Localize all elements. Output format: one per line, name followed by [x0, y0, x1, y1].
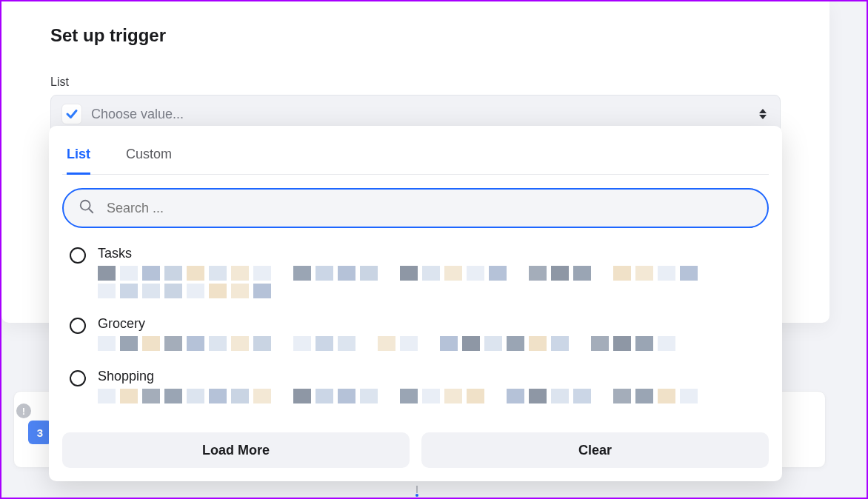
- redacted-text: [98, 284, 769, 298]
- option-title: Grocery: [98, 316, 769, 332]
- app-tick-icon: [61, 104, 82, 124]
- list-option-grocery[interactable]: Grocery: [70, 312, 769, 364]
- connector-tick-icon: [413, 486, 421, 498]
- search-icon: [79, 198, 95, 218]
- option-title: Tasks: [98, 246, 769, 261]
- field-label-list: List: [50, 76, 781, 89]
- redacted-text: [98, 266, 769, 281]
- tab-list[interactable]: List: [67, 141, 90, 175]
- svg-point-1: [415, 494, 418, 497]
- clear-button[interactable]: Clear: [421, 432, 769, 468]
- list-dropdown-panel: List Custom Tasks Grocery: [49, 126, 782, 481]
- options-list: Tasks Grocery Shopping: [62, 241, 769, 428]
- load-more-button[interactable]: Load More: [62, 432, 410, 468]
- dropdown-actions: Load More Clear: [62, 432, 769, 468]
- redacted-text: [98, 389, 769, 403]
- select-caret-icon: [756, 108, 769, 120]
- redacted-text: [98, 336, 769, 351]
- search-wrap: [62, 188, 769, 228]
- alert-badge-icon: !: [16, 403, 31, 418]
- page-title: Set up trigger: [50, 25, 781, 46]
- radio-icon: [70, 247, 86, 264]
- list-option-tasks[interactable]: Tasks: [70, 241, 769, 312]
- search-input[interactable]: [62, 188, 769, 228]
- svg-line-3: [89, 209, 93, 213]
- select-placeholder: Choose value...: [91, 107, 756, 122]
- list-option-shopping[interactable]: Shopping: [70, 364, 769, 417]
- tab-custom[interactable]: Custom: [126, 141, 172, 175]
- radio-icon: [70, 318, 86, 334]
- radio-icon: [70, 370, 86, 386]
- dropdown-tabs: List Custom: [62, 141, 769, 175]
- option-title: Shopping: [98, 369, 769, 384]
